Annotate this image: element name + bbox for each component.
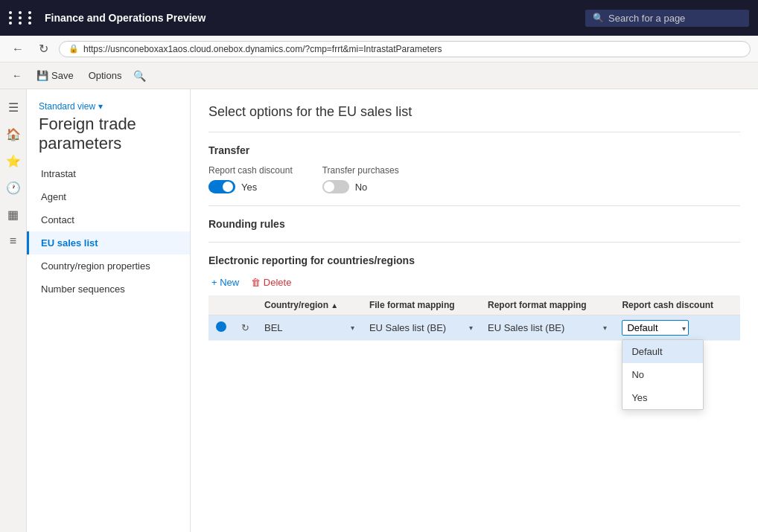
row-radio-cell[interactable] [208, 315, 234, 341]
nav-modules-button[interactable]: ≡ [1, 229, 25, 253]
divider-1 [208, 132, 740, 132]
sidebar-item-intrastat[interactable]: Intrastat [27, 162, 190, 185]
transfer-purchases-toggle-wrapper: No [322, 180, 399, 193]
sort-icon: ▲ [331, 301, 338, 310]
file-format-select[interactable]: EU Sales list (BE) ▾ [369, 322, 473, 333]
transfer-purchases-toggle[interactable] [322, 180, 349, 193]
transfer-purchases-value: No [355, 182, 368, 193]
divider-2 [208, 205, 740, 206]
action-search-button[interactable]: 🔍 [130, 67, 149, 85]
data-table: Country/region ▲ File format mapping Rep… [208, 295, 740, 341]
back-arrow-icon: ← [12, 70, 22, 81]
cell-input-wrapper: ▾ [622, 320, 689, 336]
standard-view-label: Standard view [39, 101, 95, 112]
standard-view-selector[interactable]: Standard view ▾ [39, 101, 178, 112]
report-format-arrow: ▾ [603, 324, 607, 332]
report-format-select[interactable]: EU Sales list (BE) ▾ [488, 322, 607, 333]
save-icon: 💾 [36, 70, 48, 81]
col-report-cash-discount-label: Report cash discount [622, 300, 713, 310]
electronic-reporting-title: Electronic reporting for countries/regio… [208, 254, 740, 266]
app-title: Finance and Operations Preview [45, 12, 585, 24]
report-cash-discount-cell: ▾ Default No Yes [614, 315, 740, 341]
col-radio [208, 295, 234, 315]
nav-recent-button[interactable]: 🕐 [1, 176, 25, 199]
col-country-region-label: Country/region [264, 300, 328, 310]
dropdown-option-no[interactable]: No [622, 363, 703, 386]
country-region-cell: BEL ▾ [257, 315, 362, 341]
nav-home-button[interactable]: 🏠 [1, 122, 25, 146]
top-search-bar[interactable]: 🔍 Search for a page [585, 10, 749, 27]
sidebar-item-intrastat-label: Intrastat [41, 168, 76, 179]
report-cash-discount-field: Report cash discount Yes [208, 165, 293, 193]
sidebar-item-number-sequences-label: Number sequences [41, 283, 125, 295]
file-format-mapping-cell: EU Sales list (BE) ▾ [362, 315, 480, 341]
fields-row: Report cash discount Yes Transfer purcha… [208, 165, 740, 193]
top-search-text: Search for a page [608, 13, 685, 24]
save-button[interactable]: 💾 Save [31, 67, 80, 84]
options-label: Options [89, 70, 122, 81]
content-area: Select options for the EU sales list Tra… [191, 89, 758, 532]
col-file-format-label: File format mapping [369, 300, 455, 310]
nav-workspaces-button[interactable]: ▦ [1, 202, 25, 226]
file-format-arrow: ▾ [469, 324, 473, 332]
report-cash-discount-input[interactable] [622, 320, 689, 336]
url-text: https://usnconeboxax1aos.cloud.onebox.dy… [83, 44, 442, 54]
url-bar[interactable]: 🔒 https://usnconeboxax1aos.cloud.onebox.… [59, 41, 751, 57]
page-header: Standard view ▾ Foreign trade parameters [27, 95, 190, 153]
table-header-row: Country/region ▲ File format mapping Rep… [208, 295, 740, 315]
top-search-icon: 🔍 [593, 13, 604, 23]
app-grid-icon[interactable] [9, 11, 36, 25]
sidebar-item-agent[interactable]: Agent [27, 185, 190, 208]
dropdown-option-yes[interactable]: Yes [622, 386, 703, 409]
sidebar-item-country-region[interactable]: Country/region properties [27, 254, 190, 278]
file-format-value: EU Sales list (BE) [369, 322, 466, 333]
sidebar-item-contact[interactable]: Contact [27, 208, 190, 231]
page-title: Foreign trade parameters [39, 115, 178, 153]
row-refresh-cell[interactable]: ↻ [234, 315, 257, 341]
table-row[interactable]: ↻ BEL ▾ EU Sales list (BE) ▾ [208, 315, 740, 341]
country-region-select[interactable]: BEL ▾ [264, 322, 354, 333]
browser-refresh-button[interactable]: ↻ [34, 40, 53, 57]
action-bar: ← 💾 Save Options 🔍 [0, 63, 758, 89]
new-button-label: + New [211, 277, 239, 288]
col-report-format-mapping: Report format mapping [480, 295, 614, 315]
sidebar-item-eu-sales-list-label: EU sales list [41, 237, 98, 249]
delete-button[interactable]: 🗑 Delete [248, 275, 294, 289]
report-format-mapping-cell: EU Sales list (BE) ▾ [480, 315, 614, 341]
back-button[interactable]: ← [6, 67, 28, 84]
sidebar-item-agent-label: Agent [41, 191, 66, 202]
table-toolbar: + New 🗑 Delete [208, 275, 740, 289]
sidebar-item-eu-sales-list[interactable]: EU sales list [27, 231, 190, 254]
options-button[interactable]: Options [83, 67, 128, 84]
country-region-arrow: ▾ [351, 324, 354, 332]
section-title: Select options for the EU sales list [208, 104, 740, 120]
transfer-purchases-field: Transfer purchases No [322, 165, 399, 193]
nav-favorites-button[interactable]: ⭐ [1, 149, 25, 173]
cell-input-arrow-icon[interactable]: ▾ [682, 324, 686, 332]
transfer-purchases-label: Transfer purchases [322, 165, 399, 176]
dropdown-option-default[interactable]: Default [622, 340, 703, 363]
transfer-group-title: Transfer [208, 144, 740, 156]
new-button[interactable]: + New [208, 275, 242, 289]
report-cash-discount-toggle[interactable] [208, 180, 235, 193]
top-bar: Finance and Operations Preview 🔍 Search … [0, 0, 758, 36]
col-report-format-label: Report format mapping [488, 300, 587, 310]
sidebar-item-number-sequences[interactable]: Number sequences [27, 278, 190, 301]
nav-menu-button[interactable]: ☰ [1, 95, 25, 119]
browser-back-button[interactable]: ← [7, 41, 28, 57]
sidebar-item-country-region-label: Country/region properties [41, 260, 150, 272]
toggle-knob [223, 182, 233, 192]
country-region-value: BEL [264, 322, 348, 333]
lock-icon: 🔒 [69, 44, 79, 54]
report-cash-discount-value: Yes [241, 182, 257, 193]
col-report-cash-discount-header: Report cash discount [614, 295, 740, 315]
report-cash-discount-toggle-wrapper: Yes [208, 180, 293, 193]
chevron-down-icon: ▾ [98, 101, 103, 112]
report-cash-discount-dropdown: Default No Yes [622, 339, 704, 410]
left-menu: Standard view ▾ Foreign trade parameters… [27, 89, 191, 532]
col-country-region: Country/region ▲ [257, 295, 362, 315]
sidebar-item-contact-label: Contact [41, 214, 74, 225]
toggle-knob-2 [324, 182, 334, 192]
col-refresh [234, 295, 257, 315]
rounding-rules-title: Rounding rules [208, 218, 740, 230]
